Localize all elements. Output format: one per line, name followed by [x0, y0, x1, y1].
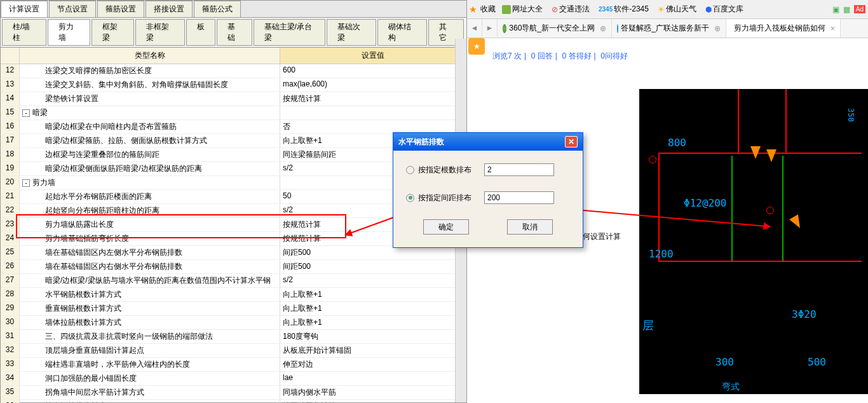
subtab-foundation-main-beam[interactable]: 基础主梁/承台梁 — [254, 19, 326, 46]
setting-value-cell[interactable]: 同墙内侧水平筋 — [280, 386, 466, 399]
subtab-shearwall[interactable]: 剪力墙 — [48, 19, 90, 46]
count-input[interactable] — [484, 163, 554, 176]
toolbar-ad-icon[interactable]: Ad — [854, 5, 865, 13]
subtab-foundation[interactable]: 基础 — [217, 19, 252, 46]
subtab-column[interactable]: 柱/墙柱 — [2, 19, 46, 46]
browser-tab-faq[interactable]: 答疑解惑_广联达服务新干 ⊕ — [612, 19, 726, 38]
toolbar-icon-1[interactable]: ▣ — [832, 5, 839, 14]
type-name-cell: -暗梁 — [20, 106, 280, 120]
subtab-foundation-secondary[interactable]: 基础次梁 — [327, 19, 376, 46]
table-row[interactable]: 27暗梁/边框梁/梁纵筋与墙水平钢筋的距离在数值范围内不计算水平钢s/2 — [1, 274, 466, 288]
baidu-icon: ⬢ — [705, 5, 712, 14]
bar-site-nav[interactable]: 网址大全 — [499, 3, 545, 16]
sidebar-star-icon[interactable]: ★ — [468, 38, 485, 55]
setting-value-cell[interactable]: 伸至对边 — [280, 358, 466, 371]
cancel-button[interactable]: 取消 — [507, 219, 553, 235]
table-row[interactable]: 14梁垫铁计算设置按规范计算 — [1, 92, 466, 106]
favorites-label[interactable]: 收藏 — [480, 4, 496, 15]
row-number: 17 — [1, 134, 20, 147]
row-number: 15 — [1, 106, 20, 120]
table-row[interactable]: 26墙在基础锚固区内右侧水平分布钢筋排数间距500 — [1, 260, 466, 274]
setting-value-cell[interactable]: 间距500 — [280, 246, 466, 259]
radio-by-spacing[interactable]: 按指定间距排布 — [406, 193, 471, 203]
browser-tab-360[interactable]: 360导航_新一代安全上网 ⊕ — [498, 19, 612, 38]
row-number: 26 — [1, 260, 20, 273]
close-icon[interactable]: ⊕ — [714, 24, 721, 33]
setting-value-cell[interactable]: 否 — [280, 120, 466, 133]
nav-back-button[interactable]: ◄ — [467, 19, 482, 37]
table-row[interactable]: 13连梁交叉斜筋、集中对角斜筋、对角暗撑纵筋锚固长度max(lae,600) — [1, 78, 466, 92]
tab-stirrup-settings[interactable]: 箍筋设置 — [97, 1, 144, 17]
tab-stirrup-formula[interactable]: 箍筋公式 — [194, 1, 241, 17]
type-name-cell: 墙身钢筋搭接长度 — [20, 400, 280, 403]
browser-tab-shearwall[interactable]: 剪力墙升入筏板处钢筋如何 × — [726, 19, 841, 38]
type-name-cell: 连梁交叉暗撑的箍筋加密区长度 — [20, 64, 280, 78]
type-name-cell: 墙体拉筋根数计算方式 — [20, 316, 280, 329]
weather-icon: ☀ — [658, 5, 665, 14]
table-row[interactable]: 12连梁交叉暗撑的箍筋加密区长度600 — [1, 64, 466, 78]
type-name-cell: 梁垫铁计算设置 — [20, 92, 280, 106]
bar-wenku[interactable]: ⬢百度文库 — [703, 3, 746, 16]
spacing-input[interactable] — [484, 191, 554, 204]
row-number: 27 — [1, 274, 20, 287]
table-row[interactable]: 25墙在基础锚固区内左侧水平分布钢筋排数间距500 — [1, 246, 466, 260]
table-row[interactable]: 35拐角墙中间层水平筋计算方式同墙内侧水平筋 — [1, 386, 466, 400]
subtab-frame-beam[interactable]: 框架梁 — [92, 19, 134, 46]
setting-value-cell[interactable]: 向上取整+1 — [280, 302, 466, 315]
table-row[interactable]: 36墙身钢筋搭接长度按平法图集计算 — [1, 400, 466, 403]
toolbar-icon-2[interactable]: ▦ — [843, 5, 850, 14]
setting-value-cell[interactable]: 按规范计算 — [280, 92, 466, 106]
dialog-close-button[interactable]: ✕ — [565, 136, 578, 147]
bar-software[interactable]: 2345软件-2345 — [596, 3, 651, 16]
bar-traffic[interactable]: ⊘交通违法 — [549, 3, 592, 16]
setting-value-cell[interactable]: 按平法图集计算 — [280, 400, 466, 403]
bar-weather[interactable]: ☀佛山天气 — [655, 3, 699, 16]
main-tabs: 计算设置 节点设置 箍筋设置 搭接设置 箍筋公式 — [1, 1, 466, 18]
table-row[interactable]: 33端柱遇非直墙时，水平筋伸入端柱内的长度伸至对边 — [1, 358, 466, 372]
setting-value-cell[interactable]: 180度弯钩 — [280, 330, 466, 343]
tree-toggle-icon[interactable]: - — [22, 179, 30, 187]
table-row[interactable]: 29垂直钢筋根数计算方式向上取整+1 — [1, 302, 466, 316]
subtab-masonry[interactable]: 砌体结构 — [377, 19, 427, 46]
setting-value-cell[interactable]: 间距500 — [280, 260, 466, 273]
subtab-slab[interactable]: 板 — [186, 19, 215, 46]
table-row[interactable]: 28水平钢筋根数计算方式向上取整+1 — [1, 288, 466, 302]
row-number: 33 — [1, 358, 20, 371]
setting-value-cell[interactable]: lae — [280, 372, 466, 385]
setting-value-cell[interactable]: 600 — [280, 64, 466, 78]
table-row[interactable]: 30墙体拉筋根数计算方式向上取整+1 — [1, 316, 466, 330]
down-arrow-icon — [750, 146, 761, 159]
setting-value-cell[interactable]: s/2 — [280, 274, 466, 287]
close-icon[interactable]: ⊕ — [600, 24, 606, 33]
row-number: 12 — [1, 64, 20, 78]
table-row[interactable]: 15-暗梁 — [1, 106, 466, 120]
setting-value-cell[interactable] — [280, 106, 466, 120]
row-number: 28 — [1, 288, 20, 301]
setting-value-cell[interactable]: 向上取整+1 — [280, 288, 466, 301]
ok-button[interactable]: 确定 — [423, 219, 469, 235]
setting-value-cell[interactable]: max(lae,600) — [280, 78, 466, 92]
setting-value-cell[interactable]: 从板底开始计算锚固 — [280, 344, 466, 357]
setting-value-cell[interactable]: 向上取整+1 — [280, 316, 466, 329]
dialog-titlebar[interactable]: 水平钢筋排数 ✕ — [393, 133, 583, 151]
favorites-star-icon[interactable]: ★ — [470, 5, 477, 14]
tree-toggle-icon[interactable]: - — [22, 109, 30, 117]
tab-calc-settings[interactable]: 计算设置 — [1, 1, 48, 17]
table-row[interactable]: 31三、四级抗震及非抗震时竖向一级钢筋的端部做法180度弯钩 — [1, 330, 466, 344]
type-name-cell: -剪力墙 — [20, 176, 280, 189]
shield-icon — [502, 5, 511, 14]
row-number: 18 — [1, 148, 20, 161]
overlay-text: 何设置计算 — [581, 230, 622, 243]
table-row[interactable]: 34洞口加强筋的最小锚固长度lae — [1, 372, 466, 386]
close-icon[interactable]: × — [831, 24, 835, 33]
tab-lap-settings[interactable]: 搭接设置 — [146, 1, 193, 17]
type-name-cell: 起始竖向分布钢筋距暗柱边的距离 — [20, 204, 280, 217]
subtab-nonframe-beam[interactable]: 非框架梁 — [135, 19, 185, 46]
table-row[interactable]: 32顶层墙身垂直筋锚固计算起点从板底开始计算锚固 — [1, 344, 466, 358]
type-name-cell: 边框梁与连梁重叠部位的箍筋间距 — [20, 148, 280, 161]
radio-by-count[interactable]: 按指定根数排布 — [406, 165, 471, 175]
tab-360-icon — [503, 24, 506, 33]
nav-forward-button[interactable]: ► — [482, 19, 498, 37]
tab-node-settings[interactable]: 节点设置 — [49, 1, 96, 17]
row-number: 22 — [1, 204, 20, 217]
